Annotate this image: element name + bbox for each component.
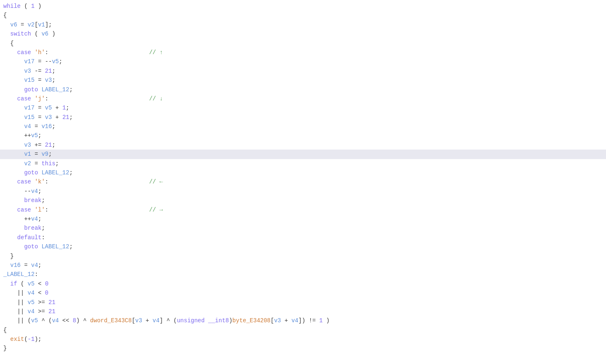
code-line: break;: [0, 224, 606, 233]
token-plain: :: [45, 177, 149, 186]
token-plain: {: [3, 39, 14, 48]
token-var: v17: [24, 103, 34, 112]
token-var: v6: [10, 20, 17, 29]
token-num: -1: [28, 335, 35, 344]
token-kw: case: [17, 205, 31, 214]
token-var: v3: [45, 113, 52, 122]
token-comment: // ↓: [149, 94, 163, 103]
token-num: 1: [62, 103, 66, 112]
token-var: v5: [28, 279, 35, 288]
token-plain: ): [48, 29, 55, 38]
token-var: v4: [28, 307, 35, 316]
token-plain: [3, 261, 10, 270]
token-plain: [3, 224, 24, 233]
token-kw: goto: [24, 168, 38, 177]
token-num: 0: [45, 288, 48, 297]
token-var: v4: [291, 316, 298, 325]
token-plain: ++: [3, 131, 31, 140]
token-var: v5: [52, 57, 59, 66]
token-kw: case: [17, 177, 31, 186]
code-line: {: [0, 326, 606, 335]
token-plain: =: [35, 113, 45, 122]
token-var: v4: [152, 316, 159, 325]
token-var: v4: [52, 316, 59, 325]
token-plain: [3, 20, 10, 29]
token-str: 'k': [35, 177, 45, 186]
token-plain: [: [132, 316, 135, 325]
token-var: v5: [31, 131, 38, 140]
token-plain: =: [31, 150, 41, 159]
code-line: goto LABEL_12;: [0, 242, 606, 251]
token-kw: break: [24, 196, 41, 205]
code-line: || v4 < 0: [0, 288, 606, 297]
code-line: case 'h': // ↑: [0, 48, 606, 57]
token-plain: ) ^: [76, 316, 90, 325]
token-comment: // ←: [149, 177, 163, 186]
token-plain: ;: [48, 150, 52, 159]
code-line: v15 = v3;: [0, 76, 606, 85]
token-plain: || (: [3, 316, 31, 325]
token-plain: ;: [69, 113, 73, 122]
token-func: exit: [10, 335, 24, 344]
token-plain: ;: [41, 224, 45, 233]
token-kw: goto: [24, 85, 38, 94]
token-plain: [38, 242, 41, 251]
token-kw: default: [17, 233, 42, 242]
token-plain: +: [52, 103, 62, 112]
token-plain: ): [323, 316, 330, 325]
token-plain: ;: [38, 131, 41, 140]
token-plain: }: [3, 344, 7, 353]
token-label: _LABEL_12: [3, 270, 35, 279]
token-plain: =: [35, 103, 45, 112]
token-func: dword_E343C8: [90, 316, 132, 325]
token-var: v1: [24, 150, 31, 159]
token-plain: [3, 140, 24, 150]
token-label: LABEL_12: [41, 168, 69, 177]
token-plain: >=: [35, 298, 49, 307]
token-plain: [3, 279, 10, 288]
code-line: {: [0, 39, 606, 48]
token-plain: ] ^ (: [159, 316, 177, 325]
code-line: || v5 >= 21: [0, 298, 606, 307]
token-plain: ]) !=: [298, 316, 319, 325]
token-plain: ;: [41, 196, 45, 205]
token-kw: break: [24, 224, 41, 233]
token-var: v2: [24, 159, 31, 168]
token-var: v3: [135, 316, 142, 325]
token-kw: if: [10, 279, 17, 288]
token-plain: ;: [52, 122, 55, 131]
token-plain: [3, 168, 24, 177]
token-num: 21: [62, 113, 69, 122]
token-plain: +: [52, 113, 62, 122]
code-line: v4 = v16;: [0, 122, 606, 131]
token-plain: :: [45, 48, 149, 57]
token-plain: :: [45, 94, 149, 103]
token-plain: ;: [52, 67, 55, 76]
token-plain: ;: [38, 261, 41, 270]
token-plain: >=: [35, 307, 49, 316]
token-kw: goto: [24, 242, 38, 251]
token-plain: ;: [66, 103, 69, 112]
token-plain: ++: [3, 214, 31, 224]
code-line: || (v5 ^ (v4 << 8) ^ dword_E343C8[v3 + v…: [0, 316, 606, 325]
token-plain: ;: [55, 159, 59, 168]
token-plain: =: [35, 76, 45, 85]
token-plain: ];: [45, 20, 52, 29]
code-line: switch ( v6 ): [0, 29, 606, 38]
code-line: }: [0, 344, 606, 353]
token-plain: =: [31, 159, 41, 168]
token-plain: --: [3, 187, 31, 196]
token-str: 'j': [35, 94, 45, 103]
token-num: 21: [48, 298, 55, 307]
code-line: case 'k': // ←: [0, 177, 606, 186]
token-var: v15: [24, 76, 34, 85]
code-line: break;: [0, 196, 606, 205]
token-plain: ;: [59, 57, 62, 66]
code-line: ++v4;: [0, 214, 606, 224]
token-plain: (: [31, 29, 41, 38]
code-line: case 'l': // →: [0, 205, 606, 214]
token-plain: =: [17, 20, 28, 29]
token-var: v5: [45, 103, 52, 112]
code-line: goto LABEL_12;: [0, 85, 606, 94]
token-num: 21: [45, 140, 52, 150]
